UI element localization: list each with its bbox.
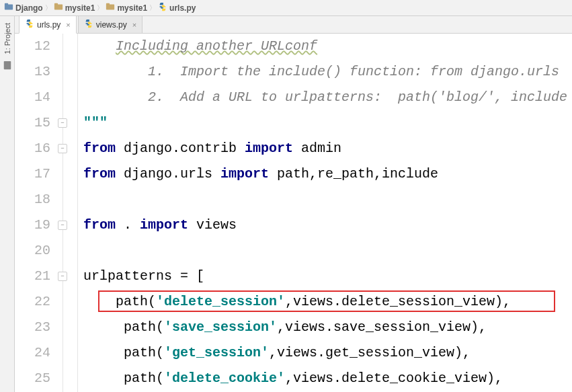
code-token: admin: [301, 136, 341, 161]
tab-views[interactable]: views.py ×: [78, 15, 142, 33]
python-file-icon: [25, 19, 34, 30]
line-number: 17: [15, 161, 50, 187]
code-token: urlpatterns = [: [83, 264, 204, 289]
code-line[interactable]: path('delete_session',views.delete_sessi…: [83, 289, 572, 315]
svg-rect-2: [54, 5, 63, 10]
fold-end-icon[interactable]: −: [58, 221, 67, 230]
code-token: from: [83, 161, 124, 187]
code-token: ,views.get_session_view),: [269, 340, 471, 366]
breadcrumb: Django 〉 mysite1 〉 mysite1 〉 urls.py: [0, 0, 572, 16]
breadcrumb-item-file[interactable]: urls.py: [158, 2, 196, 13]
line-number: 14: [15, 85, 50, 110]
code-line[interactable]: Including another URLconf: [83, 34, 572, 59]
folder-icon: [4, 2, 13, 13]
line-number-gutter: 1213141516171819202122232425: [15, 34, 63, 392]
code-line[interactable]: urlpatterns = [: [83, 264, 572, 289]
code-line[interactable]: 1. Import the include() function: from d…: [83, 59, 572, 85]
code-token: import: [220, 161, 277, 187]
code-line[interactable]: 2. Add a URL to urlpatterns: path('blog/…: [83, 85, 572, 110]
code-token: from: [83, 136, 124, 161]
code-line[interactable]: from django.contrib import admin: [83, 136, 572, 161]
python-file-icon: [158, 2, 167, 13]
code-token: import: [245, 136, 301, 161]
line-number: 18: [15, 187, 50, 212]
code-editor[interactable]: 1213141516171819202122232425 −−−− Includ…: [15, 34, 572, 392]
line-number: 12: [15, 34, 50, 59]
code-token: django.contrib: [124, 136, 245, 161]
svg-rect-3: [54, 3, 58, 5]
breadcrumb-label: urls.py: [169, 3, 196, 13]
chevron-right-icon: 〉: [149, 3, 156, 13]
line-number: 22: [15, 289, 50, 315]
fold-end-icon[interactable]: −: [58, 118, 67, 128]
fold-start-icon[interactable]: −: [58, 144, 67, 153]
line-number: 19: [15, 212, 50, 238]
folder-icon: [54, 2, 63, 13]
code-token: 2. Add a URL to urlpatterns: path('blog/…: [148, 85, 567, 110]
breadcrumb-label: mysite1: [117, 3, 147, 13]
breadcrumb-item-1[interactable]: mysite1: [54, 2, 95, 13]
chevron-right-icon: 〉: [97, 3, 104, 13]
line-number: 16: [15, 136, 50, 161]
code-token: ,views.delete_cookie_view),: [285, 366, 503, 391]
code-line[interactable]: path('delete_cookie',views.delete_cookie…: [83, 366, 572, 391]
line-number: 24: [15, 340, 50, 366]
svg-rect-1: [5, 3, 8, 5]
close-icon[interactable]: ×: [66, 21, 70, 29]
line-number: 13: [15, 59, 50, 85]
editor-tabs: urls.py × views.py ×: [15, 16, 572, 34]
code-token: django.urls: [124, 161, 220, 187]
code-token: Including another URLconf: [116, 34, 317, 59]
code-token: 'save_session': [164, 315, 277, 340]
breadcrumb-item-root[interactable]: Django: [4, 2, 43, 13]
line-number: 25: [15, 366, 50, 391]
code-token: import: [140, 212, 196, 238]
chevron-right-icon: 〉: [45, 3, 52, 13]
code-token: path(: [116, 340, 164, 366]
code-line[interactable]: from django.urls import path,re_path,inc…: [83, 161, 572, 187]
code-token: """: [83, 110, 108, 136]
code-token: path(: [116, 315, 164, 340]
code-token: .: [124, 212, 140, 238]
code-content[interactable]: Including another URLconf 1. Import the …: [78, 34, 572, 392]
code-token: 'get_session': [164, 340, 269, 366]
fold-gutter: −−−−: [63, 34, 78, 392]
svg-rect-4: [106, 5, 114, 10]
code-token: views: [196, 212, 237, 238]
line-number: 21: [15, 264, 50, 289]
svg-rect-0: [5, 5, 13, 10]
bookmark-icon[interactable]: [3, 61, 12, 70]
svg-rect-5: [106, 3, 110, 5]
code-token: 1. Import the include() function: from d…: [148, 59, 567, 85]
code-line[interactable]: path('get_session',views.get_session_vie…: [83, 340, 572, 366]
code-token: ,views.save_session_view),: [277, 315, 487, 340]
python-file-icon: [84, 19, 93, 30]
code-token: 'delete_cookie': [164, 366, 285, 391]
svg-rect-6: [3, 61, 11, 69]
tab-urls[interactable]: urls.py ×: [19, 15, 77, 34]
code-line[interactable]: from . import views: [83, 212, 572, 238]
tab-label: urls.py: [37, 20, 60, 30]
fold-start-icon[interactable]: −: [58, 272, 67, 281]
line-number: 15: [15, 110, 50, 136]
breadcrumb-label: Django: [15, 3, 43, 13]
code-line[interactable]: [83, 187, 572, 212]
tab-label: views.py: [96, 20, 127, 30]
line-number: 23: [15, 315, 50, 340]
code-line[interactable]: """: [83, 110, 572, 136]
code-token: ,views.delete_session_view),: [285, 289, 511, 315]
code-token: from: [83, 212, 124, 238]
code-line[interactable]: path('save_session',views.save_session_v…: [83, 315, 572, 340]
code-token: path(: [116, 289, 156, 315]
code-token: path,re_path,include: [277, 161, 438, 187]
code-token: 'delete_session': [156, 289, 285, 315]
breadcrumb-label: mysite1: [65, 3, 95, 13]
project-tool-window-tab[interactable]: 1: Project: [2, 20, 13, 56]
code-line[interactable]: [83, 238, 572, 264]
breadcrumb-item-2[interactable]: mysite1: [106, 2, 147, 13]
tool-window-bar: 1: Project: [0, 16, 15, 392]
code-token: path(: [116, 366, 164, 391]
folder-icon: [106, 2, 115, 13]
line-number: 20: [15, 238, 50, 264]
close-icon[interactable]: ×: [132, 21, 136, 29]
